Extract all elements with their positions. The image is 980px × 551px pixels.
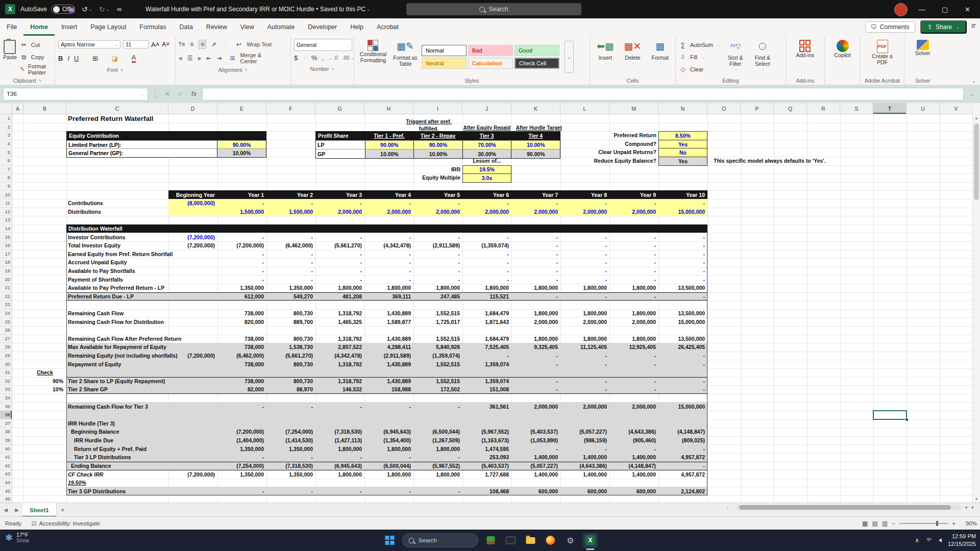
cell[interactable]: (7,200,000)	[168, 242, 217, 248]
cell[interactable]: 1,800,000	[560, 310, 609, 316]
cell[interactable]: -	[315, 251, 364, 257]
row-header-25[interactable]: 25	[0, 317, 12, 326]
tab-insert[interactable]: Insert	[55, 18, 84, 36]
cell[interactable]: 1,800,000	[413, 446, 462, 452]
cell[interactable]: -	[511, 242, 560, 248]
cell[interactable]: -	[609, 234, 658, 240]
cell[interactable]: -	[217, 277, 266, 283]
increase-decimal-button[interactable]: ←.0	[328, 55, 337, 61]
cell[interactable]: 1,465,325	[315, 319, 364, 325]
cell[interactable]: -	[560, 378, 609, 384]
cell[interactable]: (7,200,000)	[168, 353, 217, 359]
cell[interactable]: -	[560, 268, 609, 274]
cell[interactable]: 1,800,000	[364, 446, 413, 452]
row-header-1[interactable]: 1	[0, 114, 12, 123]
cell[interactable]: -	[658, 446, 707, 452]
increase-indent-icon[interactable]: ⇥	[216, 55, 222, 62]
row-header-36[interactable]: 36	[0, 411, 12, 419]
decrease-indent-icon[interactable]: ⇤	[206, 55, 211, 62]
cell[interactable]: 1,800,000	[364, 285, 413, 291]
cell[interactable]: 2,000,000	[560, 208, 609, 216]
row-header-9[interactable]: 9	[0, 182, 12, 191]
cell[interactable]: -	[658, 361, 707, 367]
column-header-E[interactable]: E	[217, 103, 266, 114]
cell[interactable]: 549,270	[266, 293, 315, 299]
cell[interactable]: 2,000,000	[511, 208, 560, 216]
cell[interactable]: 15,000,000	[658, 208, 707, 216]
selected-cell[interactable]	[873, 410, 907, 420]
cell[interactable]: -	[413, 199, 462, 208]
cell[interactable]: -	[462, 353, 511, 359]
cell[interactable]: -	[511, 446, 560, 452]
cell[interactable]: 2,000,000	[609, 208, 658, 216]
cell[interactable]: 1,318,792	[315, 310, 364, 316]
cell[interactable]: 800,730	[266, 336, 315, 342]
hurdle-value[interactable]: 19.5%	[462, 165, 511, 174]
cell[interactable]: 115,521	[462, 293, 511, 299]
cell[interactable]: (5,661,270)	[315, 242, 364, 248]
cell[interactable]: 1,400,000	[560, 471, 609, 478]
cell[interactable]	[168, 208, 217, 216]
row-header-24[interactable]: 24	[0, 309, 12, 318]
cell[interactable]: -	[658, 277, 707, 283]
row-header-18[interactable]: 18	[0, 258, 12, 267]
avatar[interactable]	[894, 3, 908, 16]
cell[interactable]: (7,254,000)	[217, 463, 266, 469]
column-header-L[interactable]: L	[560, 103, 609, 114]
increase-font-icon[interactable]: A˄	[151, 41, 159, 48]
row-header-40[interactable]: 40	[0, 444, 12, 453]
cell[interactable]: -	[560, 277, 609, 283]
profit-share-value[interactable]: 10.00%	[413, 149, 462, 158]
cell[interactable]: -	[560, 242, 609, 248]
cell[interactable]: -	[560, 353, 609, 359]
minimize-button[interactable]: —	[919, 0, 926, 18]
cell[interactable]: 13,500,000	[658, 310, 707, 316]
insert-cells-button[interactable]: ⬅▦Insert⌄	[593, 38, 618, 76]
cell[interactable]: 1,400,000	[609, 454, 658, 460]
copy-button[interactable]: ⧉Copy⌄	[20, 51, 52, 63]
select-all-corner[interactable]	[0, 103, 12, 114]
wrap-text-button[interactable]: ↩	[236, 41, 241, 48]
cell[interactable]: 2,000,000	[364, 208, 413, 216]
undo-button[interactable]: ↺⌄	[82, 0, 92, 18]
cell[interactable]: (7,200,000)	[168, 471, 217, 478]
cell[interactable]: -	[315, 234, 364, 240]
percent-button[interactable]: %	[311, 54, 317, 62]
cell[interactable]: 13,500,000	[658, 336, 707, 342]
style-bad[interactable]: Bad	[468, 45, 513, 56]
cell[interactable]: 1,400,000	[560, 454, 609, 460]
cell[interactable]: (5,057,227)	[560, 429, 609, 435]
horizontal-scrollbar[interactable]	[735, 505, 962, 510]
row-header-26[interactable]: 26	[0, 326, 12, 335]
vertical-scrollbar[interactable]: ▲▼	[972, 103, 980, 503]
cell[interactable]: 1,800,000	[609, 336, 658, 342]
tab-formulas[interactable]: Formulas	[133, 18, 173, 36]
cell[interactable]: -	[217, 454, 266, 460]
cell[interactable]: 600,000	[511, 488, 560, 494]
cell[interactable]: -	[217, 488, 266, 494]
cell[interactable]: -	[658, 386, 707, 392]
row-header-45[interactable]: 45	[0, 487, 12, 495]
cell[interactable]: 1,318,792	[315, 361, 364, 367]
cut-button[interactable]: ✂Cut	[20, 39, 52, 51]
cell[interactable]: 361,561	[462, 404, 511, 410]
taskbar-search[interactable]: Search	[402, 533, 479, 547]
cell[interactable]: 600,000	[609, 488, 658, 494]
cell[interactable]: (1,404,000)	[217, 437, 266, 443]
solver-button[interactable]: Solver	[910, 38, 936, 76]
vscroll-down-icon[interactable]: ▼	[973, 495, 980, 503]
cell[interactable]: (5,403,537)	[511, 429, 560, 435]
row-header-23[interactable]: 23	[0, 300, 12, 309]
row-header-5[interactable]: 5	[0, 148, 12, 157]
column-header-S[interactable]: S	[840, 103, 873, 114]
cell[interactable]: -	[462, 268, 511, 274]
cell[interactable]: -	[609, 293, 658, 299]
fill-button[interactable]: ⇩Fill⌄	[679, 51, 721, 63]
cell[interactable]: 1,318,792	[315, 378, 364, 384]
styles-gallery-more-button[interactable]: ⌄	[565, 41, 574, 73]
column-header-M[interactable]: M	[609, 103, 658, 114]
cell[interactable]: 1,800,000	[413, 285, 462, 291]
cell[interactable]: -	[658, 251, 707, 257]
cell[interactable]: -	[217, 268, 266, 274]
cell[interactable]: -	[364, 488, 413, 494]
